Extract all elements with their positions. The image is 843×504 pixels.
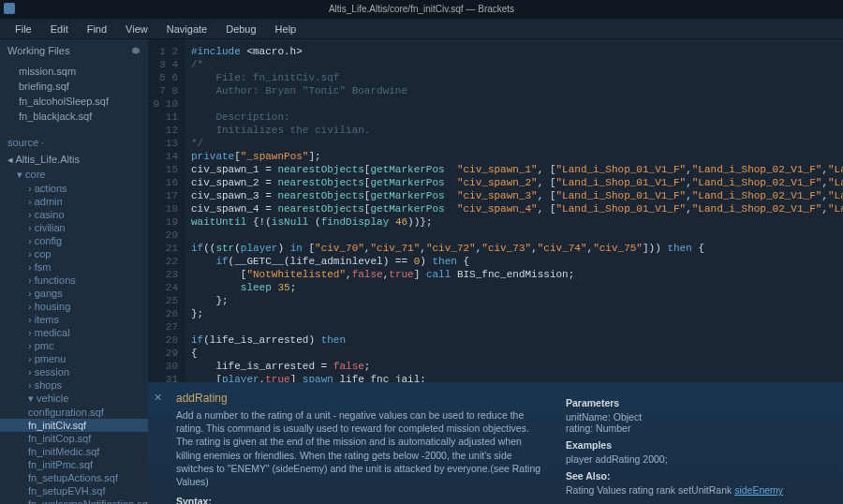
tree-folder[interactable]: › shops (0, 378, 148, 392)
doc-example: player addRating 2000; (566, 453, 828, 465)
working-file-item[interactable]: briefing.sqf (0, 79, 148, 94)
tree-folder[interactable]: ▾ vehicle (0, 392, 148, 406)
tree-folder[interactable]: › admin (0, 195, 148, 208)
doc-syntax-label: Syntax: (176, 496, 547, 504)
editor[interactable]: 1 2 3 4 5 6 7 8 9 10 11 12 13 14 15 16 1… (148, 39, 843, 382)
doc-param: rating: Number (566, 422, 828, 434)
tree-folder[interactable]: › civilian (0, 221, 148, 234)
tree-root[interactable]: ◂ Altis_Life.Altis (0, 152, 148, 168)
tree-folder[interactable]: › config (0, 234, 148, 247)
working-files-list: mission.sqm briefing.sqf fn_alcoholSleep… (0, 62, 148, 133)
doc-examples-label: Examples (566, 439, 828, 451)
tree-folder[interactable]: › pmc (0, 339, 148, 352)
doc-description: Add a number to the rating of a unit - n… (176, 408, 547, 488)
title-text: Altis_Life.Altis/core/fn_initCiv.sqf — B… (329, 4, 514, 14)
code-area[interactable]: #include <macro.h> /* File: fn_initCiv.s… (185, 39, 843, 382)
doc-seealso-label: See Also: (566, 470, 828, 482)
tree-file[interactable]: fn_initMedic.sqf (0, 445, 148, 458)
tree-folder[interactable]: › housing (0, 300, 148, 313)
documentation-panel: ✕ addRating Add a number to the rating o… (148, 382, 843, 504)
app-icon (4, 3, 15, 14)
tree-folder[interactable]: › casino (0, 208, 148, 221)
menu-file[interactable]: File (6, 23, 41, 35)
menu-help[interactable]: Help (266, 23, 306, 35)
working-file-item[interactable]: fn_blackjack.sqf (0, 109, 148, 124)
tree-folder[interactable]: › pmenu (0, 352, 148, 365)
gear-icon[interactable] (129, 45, 140, 56)
tree-folder[interactable]: › medical (0, 326, 148, 339)
menu-edit[interactable]: Edit (41, 23, 78, 35)
tree-folder[interactable]: › cop (0, 247, 148, 260)
line-gutter: 1 2 3 4 5 6 7 8 9 10 11 12 13 14 15 16 1… (148, 39, 185, 382)
tree-file[interactable]: fn_initCiv.sqf (0, 419, 148, 432)
tree-file[interactable]: fn_setupEVH.sqf (0, 484, 148, 497)
menu-debug[interactable]: Debug (216, 23, 265, 35)
tree-file[interactable]: fn_initPmc.sqf (0, 458, 148, 471)
menu-view[interactable]: View (116, 23, 157, 35)
tree-folder[interactable]: › items (0, 313, 148, 326)
doc-seealso: Rating Values rating rank setUnitRank si… (566, 484, 828, 496)
doc-link[interactable]: sideEnemy (734, 484, 783, 496)
source-label[interactable]: source · (0, 133, 148, 152)
menu-bar: File Edit Find View Navigate Debug Help (0, 19, 843, 39)
tree-folder[interactable]: › session (0, 365, 148, 378)
tree-file[interactable]: fn_initCop.sqf (0, 432, 148, 445)
tree-file[interactable]: fn_setupActions.sqf (0, 471, 148, 484)
sidebar: Working Files mission.sqm briefing.sqf f… (0, 39, 148, 504)
working-file-item[interactable]: mission.sqm (0, 64, 148, 79)
tree-folder[interactable]: › actions (0, 182, 148, 195)
menu-navigate[interactable]: Navigate (157, 23, 216, 35)
doc-title: addRating (176, 392, 547, 405)
menu-find[interactable]: Find (78, 23, 116, 35)
tree-folder[interactable]: › gangs (0, 287, 148, 300)
tree-folder[interactable]: › fsm (0, 260, 148, 274)
doc-params-label: Parameters (566, 397, 828, 408)
working-files-label: Working Files (7, 45, 69, 56)
title-bar: Altis_Life.Altis/core/fn_initCiv.sqf — B… (0, 0, 843, 19)
tree-folder-core[interactable]: ▾ core (0, 168, 148, 182)
working-file-item[interactable]: fn_alcoholSleep.sqf (0, 94, 148, 109)
tree-folder[interactable]: › functions (0, 274, 148, 287)
close-icon[interactable]: ✕ (154, 392, 162, 403)
tree-file[interactable]: configuration.sqf (0, 406, 148, 419)
tree-file[interactable]: fn_welcomeNotification.sqf (0, 497, 148, 504)
doc-param: unitName: Object (566, 411, 828, 422)
